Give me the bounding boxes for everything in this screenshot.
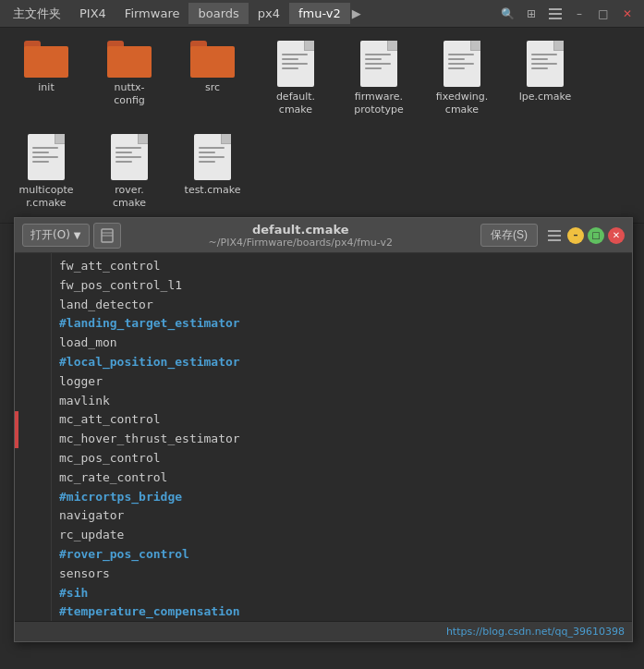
doc-icon <box>28 134 65 180</box>
minimize-icon[interactable]: – <box>570 5 589 23</box>
split-icon[interactable]: ⊞ <box>522 5 541 23</box>
maximize-icon[interactable]: □ <box>594 5 613 23</box>
bookmark-button[interactable] <box>93 223 121 249</box>
open-label: 打开(O) <box>30 227 70 243</box>
menu-icon-group: 🔍 ⊞ – □ ✕ <box>498 5 637 23</box>
close-icon[interactable]: ✕ <box>618 5 637 23</box>
editor-content: fw_att_control fw_pos_control_l1 land_de… <box>15 253 632 621</box>
code-line: sensors <box>59 565 625 584</box>
menu-arrow: ▶ <box>352 6 361 20</box>
code-line: rc_update <box>59 526 625 545</box>
editor-toolbar-right: – □ ✕ <box>545 226 625 245</box>
doc-icon <box>444 41 480 87</box>
doc-icon <box>527 41 564 87</box>
bookmark-icon <box>101 228 114 243</box>
editor-title-sub: ~/PIX4/Firmware/boards/px4/fmu-v2 <box>121 237 480 249</box>
file-label: lpe.cmake <box>519 91 572 103</box>
file-label: test.cmake <box>185 184 241 197</box>
menu-fmuv2[interactable]: fmu-v2 <box>289 3 350 24</box>
folder-icon <box>190 41 235 78</box>
menu-zhuwenjian[interactable]: 主文件夹 <box>4 2 70 26</box>
hamburger-icon[interactable] <box>546 5 565 23</box>
status-url: https://blog.csdn.net/qq_39610398 <box>446 626 625 638</box>
code-line: fw_att_control <box>59 257 625 276</box>
menu-bar: 主文件夹 PIX4 Firmware boards px4 fmu-v2 ▶ 🔍… <box>0 0 644 28</box>
menu-boards[interactable]: boards <box>188 3 248 24</box>
file-multicopter-cmake[interactable]: multicopter.cmake <box>9 130 83 214</box>
editor-minimize-button[interactable]: – <box>567 227 584 244</box>
code-line: mavlink <box>59 392 625 411</box>
save-button[interactable]: 保存(S) <box>480 224 538 247</box>
file-src[interactable]: src <box>176 37 249 121</box>
file-rover-cmake[interactable]: rover.cmake <box>92 130 166 214</box>
code-line: navigator <box>59 506 625 526</box>
code-line: land_detector <box>59 296 625 315</box>
file-firmware-prototype[interactable]: firmware.prototype <box>342 37 416 121</box>
file-label: init <box>38 81 54 94</box>
menu-px4[interactable]: px4 <box>249 3 289 24</box>
code-line: mc_rate_control <box>59 468 625 488</box>
file-label: rover.cmake <box>113 184 146 211</box>
doc-icon <box>194 134 231 180</box>
code-line: load_mon <box>59 334 625 353</box>
editor-menu-icon[interactable] <box>545 226 564 245</box>
folder-icon <box>24 41 68 78</box>
code-line-commented: #landing_target_estimator <box>59 314 625 334</box>
file-lpe-cmake[interactable]: lpe.cmake <box>508 37 582 121</box>
line-numbers <box>15 253 52 621</box>
code-line-commented: #micrortps_bridge <box>59 488 625 507</box>
editor-title-main: default.cmake <box>121 223 480 237</box>
code-line-commented: #temperature_compensation <box>59 602 625 621</box>
menu-pix4[interactable]: PIX4 <box>70 3 115 24</box>
file-browser: init nuttx-config src default. <box>0 28 644 224</box>
file-label: fixedwing.cmake <box>436 91 488 117</box>
file-label: default.cmake <box>276 91 315 117</box>
editor-statusbar: https://blog.csdn.net/qq_39610398 <box>15 621 632 641</box>
doc-icon <box>111 134 148 180</box>
code-line: fw_pos_control_l1 <box>59 276 625 296</box>
folder-icon <box>107 41 152 78</box>
search-icon[interactable]: 🔍 <box>498 5 516 23</box>
code-line-commented: #rover_pos_control <box>59 545 625 565</box>
editor-title-center: default.cmake ~/PIX4/Firmware/boards/px4… <box>121 223 480 249</box>
code-line: mc_pos_control <box>59 449 625 468</box>
dropdown-arrow-icon: ▼ <box>74 230 81 240</box>
file-fixedwing-cmake[interactable]: fixedwing.cmake <box>425 37 499 121</box>
file-label: src <box>205 81 220 94</box>
file-nuttx-config[interactable]: nuttx-config <box>92 37 166 121</box>
file-label: multicopter.cmake <box>19 184 74 211</box>
menu-firmware[interactable]: Firmware <box>115 3 189 24</box>
doc-icon <box>360 41 397 87</box>
editor-window: 打开(O) ▼ default.cmake ~/PIX4/Firmware/bo… <box>14 217 633 642</box>
file-default-cmake[interactable]: default.cmake <box>259 37 333 121</box>
editor-close-button[interactable]: ✕ <box>608 227 625 244</box>
code-line: mc_att_control <box>59 410 625 430</box>
editor-maximize-button[interactable]: □ <box>588 227 604 244</box>
code-line-commented: #local_position_estimator <box>59 353 625 372</box>
code-line-commented: #sih <box>59 584 625 603</box>
editor-titlebar: 打开(O) ▼ default.cmake ~/PIX4/Firmware/bo… <box>15 218 632 253</box>
file-label: nuttx-config <box>114 81 145 108</box>
code-line: logger <box>59 372 625 392</box>
file-init[interactable]: init <box>9 37 83 121</box>
editor-toolbar-left: 打开(O) ▼ <box>22 223 121 249</box>
file-test-cmake[interactable]: test.cmake <box>176 130 249 214</box>
code-area[interactable]: fw_att_control fw_pos_control_l1 land_de… <box>52 253 632 621</box>
open-button[interactable]: 打开(O) ▼ <box>22 224 90 247</box>
code-line: mc_hover_thrust_estimator <box>59 430 625 449</box>
doc-icon <box>277 41 314 87</box>
file-label: firmware.prototype <box>354 91 404 117</box>
sidebar-indicator <box>15 411 18 448</box>
